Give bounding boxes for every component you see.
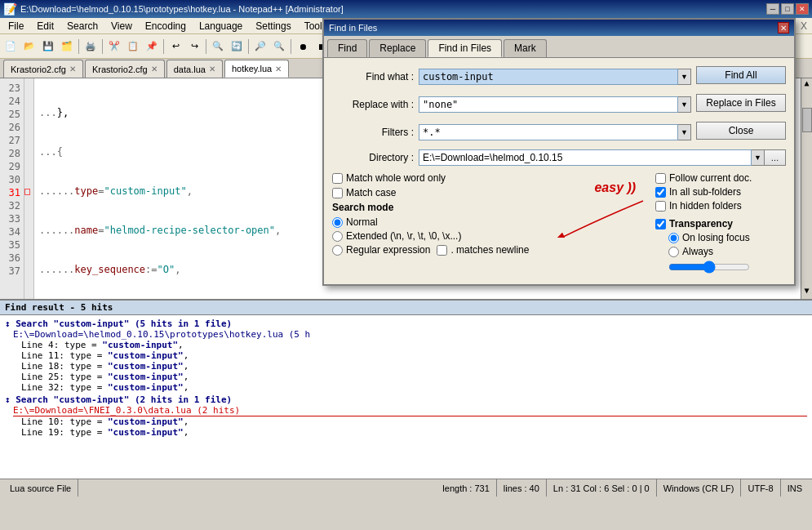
tab-data-lua[interactable]: data.lua ✕ xyxy=(166,60,223,78)
toolbar-zoom-out[interactable]: 🔍 xyxy=(270,38,288,56)
minimize-button[interactable]: ─ xyxy=(766,3,779,15)
annotation-area: easy )) xyxy=(545,172,639,276)
status-insert-mode: INS xyxy=(781,479,809,497)
menu-view[interactable]: View xyxy=(104,18,139,34)
status-position: Ln : 31 Col : 6 Sel : 0 | 0 xyxy=(547,479,657,497)
find-all-button[interactable]: Find All xyxy=(696,66,786,84)
match-case-checkbox[interactable] xyxy=(332,188,343,198)
filters-input[interactable] xyxy=(419,124,678,140)
win-controls: ─ □ ✕ xyxy=(766,3,809,15)
always-radio[interactable] xyxy=(668,247,679,257)
status-bar: Lua source File length : 731 lines : 40 … xyxy=(0,479,812,497)
find-what-input[interactable] xyxy=(419,69,678,85)
toolbar-copy[interactable]: 📋 xyxy=(124,38,142,56)
title-bar: 📝 E:\Download=\helmod_0.10.15\prototypes… xyxy=(0,0,812,18)
toolbar-sep1 xyxy=(78,39,79,54)
close-button[interactable]: Close xyxy=(696,122,786,140)
find-result-header: Find result - 5 hits xyxy=(0,301,812,315)
search-line: Line 32: type = "custom-input", xyxy=(21,382,807,393)
dialog-close-button[interactable]: ✕ xyxy=(778,22,789,33)
toolbar-paste[interactable]: 📌 xyxy=(143,38,161,56)
title-text: E:\Download=\helmod_0.10.15\prototypes\h… xyxy=(20,4,344,14)
replace-with-dropdown[interactable]: ▼ xyxy=(678,96,691,113)
menu-encoding[interactable]: Encoding xyxy=(139,18,193,34)
search-mode-title: Search mode xyxy=(332,202,529,213)
menu-x: X xyxy=(801,20,810,32)
toolbar-redo[interactable]: ↪ xyxy=(185,38,203,56)
always-row: Always xyxy=(668,246,786,257)
tab-krastorio2[interactable]: Krastorio2.cfg ✕ xyxy=(85,60,165,78)
toolbar-new[interactable]: 📄 xyxy=(2,38,20,56)
toolbar-replace[interactable]: 🔄 xyxy=(228,38,246,56)
status-line-ending: Windows (CR LF) xyxy=(657,479,742,497)
filters-input-wrap: ▼ xyxy=(419,124,691,140)
regex-radio[interactable] xyxy=(332,245,343,256)
match-case-row: Match case xyxy=(332,187,529,198)
match-whole-word-label: Match whole word only xyxy=(346,172,446,184)
app-icon: 📝 xyxy=(3,2,17,16)
match-whole-word-row: Match whole word only xyxy=(332,172,529,184)
match-whole-word-checkbox[interactable] xyxy=(332,173,343,184)
search-line: Line 4: type = "custom-input", xyxy=(21,340,807,350)
toolbar-find[interactable]: 🔍 xyxy=(209,38,227,56)
tab-close-hotkey[interactable]: ✕ xyxy=(275,65,282,73)
normal-radio[interactable] xyxy=(332,217,343,228)
transparency-slider[interactable] xyxy=(668,261,750,274)
always-label: Always xyxy=(682,246,713,257)
toolbar-print[interactable]: 🖨️ xyxy=(82,38,100,56)
regex-radio-label: Regular expression xyxy=(346,244,430,256)
find-what-row: Find what : ▼ Find All xyxy=(332,66,786,87)
filters-dropdown[interactable]: ▼ xyxy=(678,124,691,140)
toolbar-open[interactable]: 📂 xyxy=(20,38,38,56)
close-button[interactable]: ✕ xyxy=(796,3,809,15)
tab-close-krastorio1[interactable]: ✕ xyxy=(69,65,76,73)
tab-close-krastorio2[interactable]: ✕ xyxy=(151,65,158,73)
find-result-panel: Find result - 5 hits ↕ Search "custom-in… xyxy=(0,299,812,479)
directory-input[interactable] xyxy=(419,149,752,166)
toolbar-macro-rec[interactable]: ⏺ xyxy=(294,38,312,56)
tab-hotkey-lua[interactable]: hotkey.lua ✕ xyxy=(224,60,289,78)
extended-radio-label: Extended (\n, \r, \t, \0, \x...) xyxy=(346,230,461,242)
tab-close-data[interactable]: ✕ xyxy=(209,65,215,73)
replace-with-input-wrap: ▼ xyxy=(419,96,691,113)
file-type: Lua source File xyxy=(3,479,78,497)
find-what-label: Find what : xyxy=(332,71,414,82)
tab-krastorio1[interactable]: Krastorio2.cfg ✕ xyxy=(3,60,83,78)
toolbar-undo[interactable]: ↩ xyxy=(166,38,184,56)
close-btn-col: Close xyxy=(696,122,786,143)
toolbar-save[interactable]: 💾 xyxy=(39,38,57,56)
menu-edit[interactable]: Edit xyxy=(30,18,60,34)
find-what-dropdown[interactable]: ▼ xyxy=(678,69,691,85)
transparency-slider-wrap xyxy=(668,261,786,276)
toolbar-sep4 xyxy=(206,39,206,54)
matches-newline-label: . matches newline xyxy=(450,244,529,256)
dialog-tab-replace[interactable]: Replace xyxy=(369,39,426,57)
editor-scrollbar[interactable]: ▲ ▼ xyxy=(801,78,812,299)
dialog-tab-find[interactable]: Find xyxy=(327,39,367,57)
menu-file[interactable]: File xyxy=(2,18,30,34)
search-group-1-header: ↕ Search "custom-input" (5 hits in 1 fil… xyxy=(5,318,807,329)
menu-search[interactable]: Search xyxy=(60,18,104,34)
toolbar-sep5 xyxy=(248,39,249,54)
search-group-2-header: ↕ Search "custom-input" (2 hits in 1 fil… xyxy=(5,394,807,405)
find-result-content: ↕ Search "custom-input" (5 hits in 1 fil… xyxy=(0,315,812,439)
menu-settings[interactable]: Settings xyxy=(249,18,297,34)
menu-language[interactable]: Language xyxy=(193,18,249,34)
toolbar-zoom-in[interactable]: 🔎 xyxy=(251,38,269,56)
find-all-btn-col: Find All xyxy=(696,66,786,87)
filters-row: Filters : ▼ Close xyxy=(332,122,786,143)
directory-browse-button[interactable]: … xyxy=(765,149,786,166)
toolbar-cut[interactable]: ✂️ xyxy=(105,38,123,56)
find-what-input-wrap: ▼ xyxy=(419,69,691,85)
directory-row: Directory : ▼ … xyxy=(332,149,786,166)
matches-newline-checkbox[interactable] xyxy=(437,245,447,256)
maximize-button[interactable]: □ xyxy=(781,3,794,15)
extended-radio[interactable] xyxy=(332,231,343,242)
dialog-tab-mark[interactable]: Mark xyxy=(504,39,547,57)
directory-dropdown[interactable]: ▼ xyxy=(752,149,765,166)
find-dialog-title[interactable]: Find in Files ✕ xyxy=(324,20,794,36)
replace-with-input[interactable] xyxy=(419,96,678,113)
replace-in-files-button[interactable]: Replace in Files xyxy=(696,94,786,112)
dialog-tab-find-in-files[interactable]: Find in Files xyxy=(428,39,502,57)
toolbar-saveall[interactable]: 🗂️ xyxy=(58,38,76,56)
